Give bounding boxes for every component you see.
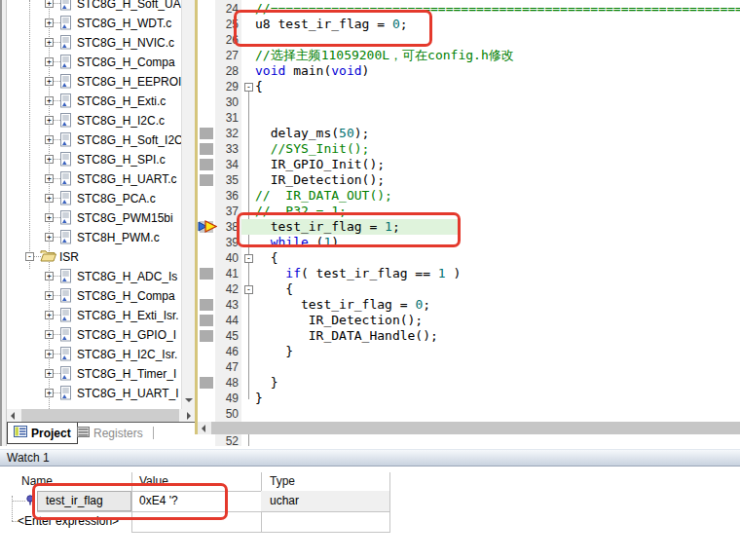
code-line-45[interactable]: IR_DATA_Handle(); xyxy=(255,328,438,344)
expand-icon[interactable]: + xyxy=(45,38,54,47)
expand-icon[interactable]: + xyxy=(45,350,54,358)
tree-file-stc8g-pwm15bi[interactable]: +STC8G_PWM15bi xyxy=(7,208,181,228)
code-line-36[interactable]: // IR_DATA_OUT(); xyxy=(255,188,392,204)
tree-file-stc8g-h-timer-i[interactable]: +STC8G_H_Timer_I xyxy=(7,364,181,384)
tree-file-stc8g-h-nvic-c[interactable]: +STC8G_H_NVIC.c xyxy=(7,33,181,53)
tree-file-stc8g-pca-c[interactable]: +STC8G_PCA.c xyxy=(7,189,181,208)
expand-icon[interactable]: + xyxy=(45,77,54,86)
second-editor-strip[interactable]: 52 xyxy=(198,434,740,446)
expand-icon[interactable]: + xyxy=(45,213,54,222)
executable-line-block[interactable] xyxy=(200,315,213,326)
scroll-left-button[interactable] xyxy=(198,422,210,434)
tree-file-stc8h-pwm-c[interactable]: +STC8H_PWM.c xyxy=(7,228,181,247)
executable-line-block[interactable] xyxy=(200,174,213,186)
tree-file-stc8g-h-i2c-c[interactable]: +STC8G_H_I2C.c xyxy=(7,111,181,131)
watch-variable-value[interactable]: 0xE4 '? xyxy=(139,491,178,511)
code-line-49[interactable]: } xyxy=(255,391,263,406)
code-line-41[interactable]: if( test_ir_flag == 1 ) xyxy=(255,266,461,281)
tree-file-stc8g-h-eeproi[interactable]: +STC8G_H_EEPROI xyxy=(7,72,181,92)
line-number: 39 xyxy=(215,235,239,250)
code-editor[interactable]: 24//====================================… xyxy=(198,0,740,422)
code-line-35[interactable]: IR_Detection(); xyxy=(255,172,385,188)
expand-icon[interactable]: + xyxy=(45,155,54,164)
code-line-37[interactable]: // P32 = 1; xyxy=(255,204,347,219)
tree-file-stc8g-h-compa[interactable]: +STC8G_H_Compa xyxy=(7,53,181,72)
tree-file-stc8g-h-i2c-isr-[interactable]: +STC8G_H_I2C_Isr. xyxy=(7,345,181,364)
expand-icon[interactable]: + xyxy=(45,311,54,319)
executable-line-block[interactable] xyxy=(200,143,213,155)
watch-variable-name[interactable]: test_ir_flag xyxy=(46,491,103,511)
expand-icon[interactable]: + xyxy=(45,174,54,183)
expand-icon[interactable]: + xyxy=(45,57,54,66)
code-line-28[interactable]: void main(void) xyxy=(255,63,369,79)
expand-icon[interactable]: + xyxy=(45,291,54,300)
code-line-33[interactable]: //SYS_Init(); xyxy=(255,141,369,157)
tree-folder-isr[interactable]: -ISR xyxy=(7,247,181,267)
code-line-44[interactable]: IR_Detection(); xyxy=(255,313,423,328)
executable-line-block[interactable] xyxy=(200,128,213,139)
expand-icon[interactable]: + xyxy=(45,233,54,242)
scroll-down-button[interactable] xyxy=(182,392,195,407)
tree-vertical-scrollbar[interactable] xyxy=(181,0,195,409)
tree-file-stc8g-h-exti-isr-[interactable]: +STC8G_H_Exti_Isr. xyxy=(7,306,181,325)
tree-file-stc8g-h-spi-c[interactable]: +STC8G_H_SPI.c xyxy=(7,150,181,169)
code-line-25[interactable]: u8 test_ir_flag = 0; xyxy=(255,17,408,32)
tree-file-stc8g-h-exti-c[interactable]: +STC8G_H_Exti.c xyxy=(7,92,181,111)
editor-horizontal-scrollbar[interactable] xyxy=(198,422,740,434)
executable-line-block[interactable] xyxy=(200,268,213,280)
tree-file-stc8g-h-gpio-i[interactable]: +STC8G_H_GPIO_I xyxy=(7,325,181,345)
line-number: 34 xyxy=(215,157,239,172)
expand-icon[interactable]: + xyxy=(45,389,54,397)
expand-icon[interactable]: + xyxy=(45,369,54,378)
tab-registers[interactable]: Registers xyxy=(71,423,149,443)
tree-file-stc8g-h-wdt-c[interactable]: +STC8G_H_WDT.c xyxy=(7,14,181,33)
expand-icon[interactable]: + xyxy=(45,0,54,8)
expand-icon[interactable]: + xyxy=(45,272,54,280)
expand-icon[interactable]: + xyxy=(45,19,54,27)
scroll-left-button[interactable] xyxy=(7,409,19,422)
code-line-40[interactable]: { xyxy=(255,250,278,266)
watch-column-header-name[interactable]: Name xyxy=(21,474,53,488)
column-divider[interactable] xyxy=(131,472,132,533)
expand-icon[interactable]: + xyxy=(45,96,54,105)
watch-table[interactable]: NameValueType test_ir_flag 0xE4 '? uchar… xyxy=(0,466,740,560)
expand-icon[interactable]: + xyxy=(45,330,54,339)
code-line-39[interactable]: while (1) xyxy=(255,235,339,250)
tree-file-stc8g-h-soft-i2c[interactable]: +STC8G_H_Soft_I2C xyxy=(7,131,181,150)
watch-enter-expression[interactable]: <Enter expression> xyxy=(18,511,119,532)
code-line-24[interactable]: //======================================… xyxy=(255,1,740,17)
fold-collapse-icon[interactable]: - xyxy=(244,254,253,263)
tree-file-stc8g-h-uart-i[interactable]: +STC8G_H_UART_I xyxy=(7,384,181,403)
code-line-38[interactable]: test_ir_flag = 1; xyxy=(255,219,400,235)
fold-collapse-icon[interactable]: - xyxy=(244,83,253,92)
executable-line-block[interactable] xyxy=(200,330,213,342)
expand-icon[interactable]: + xyxy=(45,116,54,125)
code-line-42[interactable]: { xyxy=(255,281,293,297)
code-line-27[interactable]: //选择主频11059200L，可在config.h修改 xyxy=(255,48,514,63)
expand-icon[interactable]: + xyxy=(45,135,54,144)
watch-column-header-value[interactable]: Value xyxy=(139,474,168,488)
tree-file-stc8g-h-uart-c[interactable]: +STC8G_H_UART.c xyxy=(7,169,181,189)
project-tree-panel[interactable]: +STC8G_H_Soft_UA+STC8G_H_WDT.c+STC8G_H_N… xyxy=(7,0,181,409)
tree-file-stc8g-h-adc-is[interactable]: +STC8G_H_ADC_Is xyxy=(7,267,181,286)
executable-line-block[interactable] xyxy=(200,299,213,311)
tab-project[interactable]: Project xyxy=(7,423,78,444)
fold-collapse-icon[interactable]: - xyxy=(244,285,253,294)
code-line-32[interactable]: delay_ms(50); xyxy=(255,126,369,141)
code-line-43[interactable]: test_ir_flag = 0; xyxy=(255,297,430,313)
scroll-right-button[interactable] xyxy=(182,409,195,422)
tree-file-stc8g-h-compa[interactable]: +STC8G_H_Compa xyxy=(7,286,181,306)
scrollbar-thumb[interactable] xyxy=(21,409,179,422)
collapse-icon[interactable]: - xyxy=(25,252,34,261)
code-line-34[interactable]: IR_GPIO_Init(); xyxy=(255,157,385,172)
executable-line-block[interactable] xyxy=(200,377,213,389)
tree-file-stc8g-h-soft-ua[interactable]: +STC8G_H_Soft_UA xyxy=(7,0,181,14)
scrollbar-thumb[interactable] xyxy=(211,422,740,434)
code-line-29[interactable]: { xyxy=(255,79,263,94)
tree-horizontal-scrollbar[interactable] xyxy=(7,409,195,422)
code-line-46[interactable]: } xyxy=(255,344,293,359)
expand-icon[interactable]: + xyxy=(45,194,54,203)
code-line-48[interactable]: } xyxy=(255,375,278,391)
watch-column-header-type[interactable]: Type xyxy=(270,474,295,488)
executable-line-block[interactable] xyxy=(200,159,213,170)
